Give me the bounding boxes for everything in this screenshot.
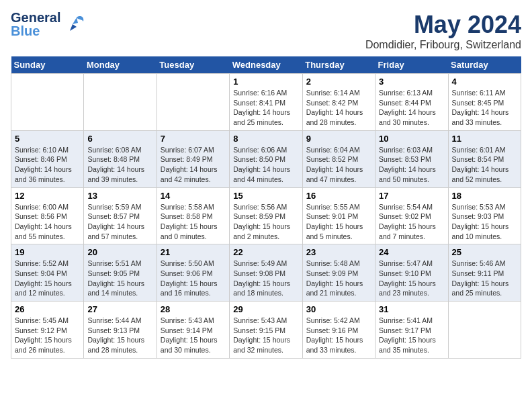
calendar-cell: 27Sunrise: 5:44 AMSunset: 9:13 PMDayligh… (84, 302, 157, 359)
header-wednesday: Wednesday (230, 56, 302, 74)
day-number: 1 (233, 77, 298, 87)
calendar-cell: 14Sunrise: 5:58 AMSunset: 8:58 PMDayligh… (157, 187, 229, 244)
calendar-cell: 23Sunrise: 5:48 AMSunset: 9:09 PMDayligh… (302, 244, 375, 302)
calendar-cell: 12Sunrise: 6:00 AMSunset: 8:56 PMDayligh… (11, 187, 84, 244)
calendar-cell: 21Sunrise: 5:50 AMSunset: 9:06 PMDayligh… (157, 244, 229, 302)
day-info: Sunrise: 5:54 AMSunset: 9:02 PMDaylight:… (379, 202, 444, 242)
days-header-row: Sunday Monday Tuesday Wednesday Thursday… (11, 56, 521, 74)
calendar-cell: 19Sunrise: 5:52 AMSunset: 9:04 PMDayligh… (11, 244, 84, 302)
calendar-cell: 18Sunrise: 5:53 AMSunset: 9:03 PMDayligh… (448, 187, 521, 244)
day-info: Sunrise: 5:42 AMSunset: 9:16 PMDaylight:… (306, 316, 371, 355)
day-number: 2 (306, 77, 371, 87)
day-number: 30 (306, 304, 371, 314)
day-number: 3 (379, 77, 444, 87)
calendar-cell: 29Sunrise: 5:43 AMSunset: 9:15 PMDayligh… (230, 302, 302, 359)
day-number: 4 (452, 77, 517, 87)
day-info: Sunrise: 5:48 AMSunset: 9:09 PMDaylight:… (306, 259, 371, 298)
logo-bird-icon (63, 12, 87, 36)
day-info: Sunrise: 6:08 AMSunset: 8:48 PMDaylight:… (87, 145, 152, 185)
calendar-cell: 24Sunrise: 5:47 AMSunset: 9:10 PMDayligh… (375, 244, 448, 302)
calendar-cell (448, 302, 521, 359)
day-number: 21 (161, 247, 226, 257)
calendar-cell: 2Sunrise: 6:14 AMSunset: 8:42 PMDaylight… (302, 74, 375, 131)
day-info: Sunrise: 5:55 AMSunset: 9:01 PMDaylight:… (306, 202, 371, 242)
day-info: Sunrise: 5:41 AMSunset: 9:17 PMDaylight:… (379, 316, 444, 355)
calendar-cell: 31Sunrise: 5:41 AMSunset: 9:17 PMDayligh… (375, 302, 448, 359)
day-info: Sunrise: 5:43 AMSunset: 9:14 PMDaylight:… (161, 316, 226, 355)
calendar-cell: 11Sunrise: 6:01 AMSunset: 8:54 PMDayligh… (448, 130, 521, 187)
day-info: Sunrise: 6:01 AMSunset: 8:54 PMDaylight:… (452, 145, 517, 185)
day-info: Sunrise: 6:10 AMSunset: 8:46 PMDaylight:… (15, 145, 80, 185)
day-number: 7 (161, 134, 226, 144)
calendar-cell: 30Sunrise: 5:42 AMSunset: 9:16 PMDayligh… (302, 302, 375, 359)
calendar-week-4: 19Sunrise: 5:52 AMSunset: 9:04 PMDayligh… (11, 244, 521, 302)
day-number: 23 (306, 247, 371, 257)
calendar-cell: 28Sunrise: 5:43 AMSunset: 9:14 PMDayligh… (157, 302, 229, 359)
logo-general: General (11, 11, 60, 24)
calendar-cell: 13Sunrise: 5:59 AMSunset: 8:57 PMDayligh… (84, 187, 157, 244)
day-info: Sunrise: 5:43 AMSunset: 9:15 PMDaylight:… (233, 316, 298, 355)
logo: General Blue (11, 11, 87, 38)
calendar-cell: 7Sunrise: 6:07 AMSunset: 8:49 PMDaylight… (157, 130, 229, 187)
day-number: 19 (15, 247, 80, 257)
calendar-week-2: 5Sunrise: 6:10 AMSunset: 8:46 PMDaylight… (11, 130, 521, 187)
day-info: Sunrise: 5:51 AMSunset: 9:05 PMDaylight:… (87, 259, 152, 298)
day-info: Sunrise: 6:13 AMSunset: 8:44 PMDaylight:… (379, 88, 444, 128)
day-info: Sunrise: 6:14 AMSunset: 8:42 PMDaylight:… (306, 88, 371, 128)
day-info: Sunrise: 5:44 AMSunset: 9:13 PMDaylight:… (87, 316, 152, 355)
day-info: Sunrise: 5:56 AMSunset: 8:59 PMDaylight:… (233, 202, 298, 242)
day-info: Sunrise: 5:59 AMSunset: 8:57 PMDaylight:… (87, 202, 152, 242)
calendar-cell: 9Sunrise: 6:04 AMSunset: 8:52 PMDaylight… (302, 130, 375, 187)
day-number: 24 (379, 247, 444, 257)
day-info: Sunrise: 5:46 AMSunset: 9:11 PMDaylight:… (452, 259, 517, 298)
day-number: 16 (306, 191, 371, 201)
day-number: 22 (233, 247, 298, 257)
title-block: May 2024 Domdidier, Fribourg, Switzerlan… (365, 11, 521, 51)
calendar-cell: 20Sunrise: 5:51 AMSunset: 9:05 PMDayligh… (84, 244, 157, 302)
day-number: 14 (161, 191, 226, 201)
day-info: Sunrise: 5:52 AMSunset: 9:04 PMDaylight:… (15, 259, 80, 298)
logo-blue: Blue (11, 24, 60, 38)
day-number: 5 (15, 134, 80, 144)
day-number: 8 (233, 134, 298, 144)
calendar-week-3: 12Sunrise: 6:00 AMSunset: 8:56 PMDayligh… (11, 187, 521, 244)
day-number: 18 (452, 191, 517, 201)
day-info: Sunrise: 5:49 AMSunset: 9:08 PMDaylight:… (233, 259, 298, 298)
calendar-cell (157, 74, 229, 131)
day-number: 25 (452, 247, 517, 257)
day-number: 9 (306, 134, 371, 144)
day-number: 13 (87, 191, 152, 201)
day-info: Sunrise: 5:53 AMSunset: 9:03 PMDaylight:… (452, 202, 517, 242)
page-header: General Blue May 2024 Domdidier, Fribour… (11, 11, 521, 51)
calendar-title: May 2024 (365, 11, 521, 39)
calendar-cell: 3Sunrise: 6:13 AMSunset: 8:44 PMDaylight… (375, 74, 448, 131)
calendar-cell: 26Sunrise: 5:45 AMSunset: 9:12 PMDayligh… (11, 302, 84, 359)
calendar-cell: 4Sunrise: 6:11 AMSunset: 8:45 PMDaylight… (448, 74, 521, 131)
day-number: 15 (233, 191, 298, 201)
day-info: Sunrise: 6:16 AMSunset: 8:41 PMDaylight:… (233, 88, 298, 128)
day-info: Sunrise: 5:47 AMSunset: 9:10 PMDaylight:… (379, 259, 444, 298)
calendar-cell: 1Sunrise: 6:16 AMSunset: 8:41 PMDaylight… (230, 74, 302, 131)
calendar-cell (11, 74, 84, 131)
day-number: 31 (379, 304, 444, 314)
header-saturday: Saturday (448, 56, 521, 74)
day-number: 27 (87, 304, 152, 314)
calendar-week-5: 26Sunrise: 5:45 AMSunset: 9:12 PMDayligh… (11, 302, 521, 359)
day-number: 11 (452, 134, 517, 144)
day-number: 10 (379, 134, 444, 144)
calendar-cell (84, 74, 157, 131)
day-info: Sunrise: 6:00 AMSunset: 8:56 PMDaylight:… (15, 202, 80, 242)
day-number: 6 (87, 134, 152, 144)
day-number: 17 (379, 191, 444, 201)
header-friday: Friday (375, 56, 448, 74)
day-info: Sunrise: 6:06 AMSunset: 8:50 PMDaylight:… (233, 145, 298, 185)
calendar-cell: 17Sunrise: 5:54 AMSunset: 9:02 PMDayligh… (375, 187, 448, 244)
header-tuesday: Tuesday (157, 56, 229, 74)
day-info: Sunrise: 6:04 AMSunset: 8:52 PMDaylight:… (306, 145, 371, 185)
day-info: Sunrise: 5:45 AMSunset: 9:12 PMDaylight:… (15, 316, 80, 355)
header-monday: Monday (84, 56, 157, 74)
calendar-cell: 15Sunrise: 5:56 AMSunset: 8:59 PMDayligh… (230, 187, 302, 244)
day-info: Sunrise: 6:03 AMSunset: 8:53 PMDaylight:… (379, 145, 444, 185)
calendar-cell: 8Sunrise: 6:06 AMSunset: 8:50 PMDaylight… (230, 130, 302, 187)
day-info: Sunrise: 6:11 AMSunset: 8:45 PMDaylight:… (452, 88, 517, 128)
